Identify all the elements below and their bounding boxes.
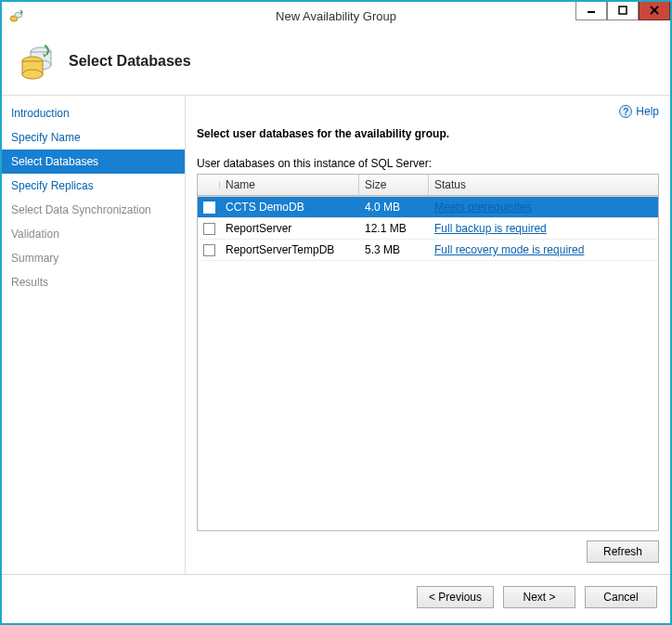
row-name: CCTS DemoDB (220, 197, 359, 217)
list-label: User databases on this instance of SQL S… (197, 157, 659, 170)
database-grid-header: Name Size Status (197, 174, 659, 197)
row-status-link[interactable]: Full recovery mode is required (434, 243, 584, 256)
cancel-button[interactable]: Cancel (585, 586, 657, 608)
previous-button[interactable]: < Previous (417, 586, 494, 608)
help-label: Help (636, 105, 659, 118)
row-name: ReportServer (220, 218, 359, 239)
col-status[interactable]: Status (429, 175, 658, 195)
row-checkbox[interactable] (203, 223, 215, 235)
row-checkbox[interactable] (203, 244, 215, 256)
maximize-button[interactable] (607, 0, 639, 20)
database-grid-body[interactable]: ✔ CCTS DemoDB 4.0 MB Meets prerequisites… (197, 197, 659, 531)
database-icon (19, 43, 56, 80)
table-row[interactable]: ReportServerTempDB 5.3 MB Full recovery … (198, 240, 658, 261)
svg-point-11 (22, 70, 43, 79)
instruction-text: Select user databases for the availabili… (197, 127, 659, 140)
wizard-body: Introduction Specify Name Select Databas… (2, 96, 670, 574)
col-name[interactable]: Name (220, 175, 359, 195)
table-row[interactable]: ReportServer 12.1 MB Full backup is requ… (198, 218, 658, 240)
row-name: ReportServerTempDB (220, 240, 359, 260)
sidebar-item-introduction[interactable]: Introduction (2, 101, 185, 125)
sidebar-item-specify-name[interactable]: Specify Name (2, 125, 185, 150)
help-icon: ? (619, 105, 632, 118)
minimize-button[interactable] (575, 0, 607, 20)
page-title: Select Databases (69, 53, 191, 70)
row-checkbox[interactable]: ✔ (203, 202, 215, 214)
svg-rect-3 (619, 7, 627, 14)
app-icon (9, 8, 24, 23)
sidebar-item-validation: Validation (2, 222, 185, 246)
sidebar-item-summary: Summary (2, 246, 185, 270)
sidebar-item-select-data-sync: Select Data Synchronization (2, 198, 185, 222)
col-check[interactable] (198, 181, 220, 189)
title-bar: New Availability Group (2, 2, 670, 30)
wizard-footer: < Previous Next > Cancel (2, 574, 670, 623)
sidebar: Introduction Specify Name Select Databas… (2, 96, 186, 574)
row-size: 4.0 MB (359, 197, 429, 217)
grid-header-row: Name Size Status (198, 175, 658, 196)
row-size: 5.3 MB (359, 240, 429, 260)
sidebar-item-specify-replicas[interactable]: Specify Replicas (2, 174, 185, 198)
window-title: New Availability Group (2, 9, 670, 23)
row-status-link[interactable]: Meets prerequisites (434, 201, 532, 214)
sidebar-item-results: Results (2, 270, 185, 294)
row-status-link[interactable]: Full backup is required (434, 222, 547, 235)
refresh-button[interactable]: Refresh (587, 540, 659, 563)
sidebar-item-select-databases[interactable]: Select Databases (2, 150, 185, 174)
col-size[interactable]: Size (359, 175, 429, 195)
wizard-header: Select Databases (2, 30, 670, 96)
content-pane: ? Help Select user databases for the ava… (186, 96, 670, 574)
help-link[interactable]: ? Help (197, 103, 659, 127)
next-button[interactable]: Next > (503, 586, 575, 608)
table-row[interactable]: ✔ CCTS DemoDB 4.0 MB Meets prerequisites (198, 197, 658, 218)
close-button[interactable] (639, 0, 670, 20)
window-buttons (575, 2, 670, 30)
row-size: 12.1 MB (359, 218, 429, 239)
